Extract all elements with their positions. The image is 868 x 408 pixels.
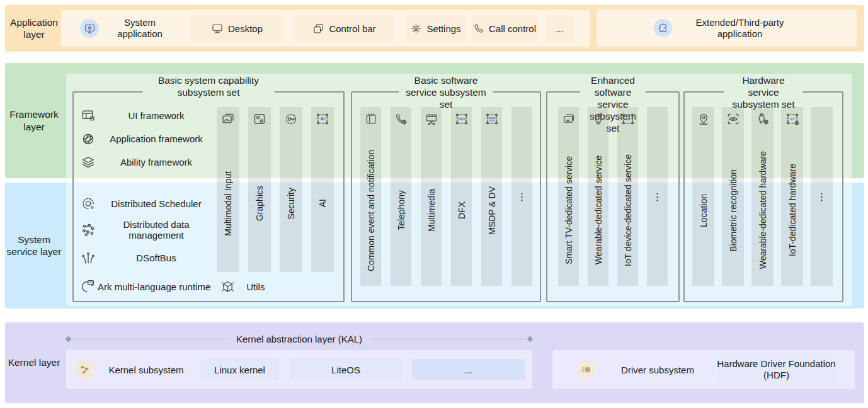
dsoftbus-icon [79,251,98,266]
subsystem-bar-multimodal-input: Multimodal Input [217,107,239,272]
framework-item-ability-framework: Ability framework [79,155,215,170]
subsystem-bar-multimedia: Multimedia [421,107,442,286]
bar-label: DFX [457,201,467,219]
bar-label: Common event and notification [366,150,376,271]
kal-left-arrow [66,336,72,342]
service-item-distributed-scheduler: Distributed Scheduler [79,196,215,212]
dfx-badge-icon: DFX [455,107,469,135]
security-key-icon [284,107,298,135]
multimodal-input-icon [221,107,235,135]
framework-item-application-framework: Application framework [79,132,215,147]
subsystem-bar-biometric: Biometric recognition [722,107,744,286]
ui-framework-icon [79,108,98,123]
bar-label: Wearable-dedicated hardware [758,151,768,269]
more-ellipsis: ⋮ [817,107,827,286]
iot-badge-text: IoT [625,117,631,121]
framework-item-label: Application framework [98,133,215,144]
app-item-label: Control bar [329,23,375,34]
utils-label: Utils [246,281,265,292]
iot-badge-icon: IoT [621,107,635,135]
more-ellipsis: ⋮ [653,107,663,286]
enhanced-service-bars: Smart TV-dedicated service Wearable-dedi… [558,107,668,286]
subsystem-set-title: Basic software service subsystem set [399,74,493,110]
kernel-layer-label: Kernel layer [5,322,63,403]
watch-icon [591,107,605,135]
phone-icon [473,23,484,34]
distributed-scheduler-icon [79,196,98,212]
application-layer-label: Application layer [5,5,63,52]
app-item-call-control: Call control [471,15,538,42]
subsystem-set-title: Basic system capability subsystem set [143,74,275,98]
subsystem-set-title: Hardware service subsystem set [724,74,803,110]
bar-label: Graphics [254,186,265,221]
distributed-data-management-icon [79,222,98,237]
kernel-subsystem-label: Kernel subsystem [99,350,193,389]
subsystem-bar-security: Security [280,107,302,272]
subsystem-bar-smart-tv: Smart TV-dedicated service [558,107,579,286]
location-pin-icon [697,107,711,135]
service-item-distributed-data-management: Distributed data management [79,219,215,241]
subsystem-bar-more: ⋮ [647,107,668,286]
subsystem-bar-msdp-dv: MSDP & DV MSDP & DV [481,107,502,286]
subsystem-bar-more: ⋮ [811,107,833,286]
msdp-dv-badge-icon: MSDP & DV [485,107,499,135]
subsystem-bar-common-event: Common event and notification [360,107,381,286]
bar-label: Wearable-dedicated service [593,156,603,264]
framework-item-ui-framework: UI framework [79,108,215,123]
driver-subsystem-label: Driver subsystem [610,350,705,389]
framework-layer-label: Framework layer [5,63,63,178]
ark-bubble-text: Aa [89,280,93,284]
driver-subsystem-icon [578,361,595,378]
hardware-service-subsystem-set: Hardware service subsystem set Location [683,91,843,302]
hdf-box: Hardware Driver Foundation (HDF) [717,357,836,382]
bar-label: AI [317,199,328,207]
bar-label: IoT-dedicated hardware [787,164,797,256]
kal-right-arrow [527,336,534,342]
subsystem-bar-iot-hardware: IoT IoT-dedicated hardware [781,107,803,286]
kal-line-left [71,339,227,339]
subsystem-bar-wearable-service: Wearable-dedicated service [588,107,608,286]
puzzle-icon [654,19,672,37]
bar-label: Location [699,194,709,227]
bar-label: Telephony [396,190,406,230]
bar-label: Multimodal Input [223,171,233,236]
openharmony-architecture-diagram: Application layer Framework layer System… [0,0,868,408]
watch-gear-icon [756,107,770,135]
subsystem-bar-ai: AI AI [311,107,334,272]
service-item-dsoftbus: DSoftBus [79,251,215,266]
graphics-icon [253,107,266,135]
kal-line-right [371,339,528,339]
ai-badge-icon: AI [316,107,329,135]
capability-bars: Multimodal Input Graphics Sec [217,107,334,272]
dfx-badge-text: DFX [458,117,465,121]
driver-subsystem-panel: Driver subsystem Hardware Driver Foundat… [552,350,855,389]
iot-gear-badge-icon: IoT [785,107,799,135]
software-service-bars: Common event and notification Telephony [360,107,532,286]
subsystem-bar-dfx: DFX DFX [451,107,472,286]
multimedia-icon [425,107,438,135]
app-item-more: ... [546,15,573,42]
app-item-control-bar: Control bar [295,15,394,42]
service-item-label: Distributed data management [98,219,215,241]
control-bar-icon [312,23,324,35]
notification-icon [364,107,378,135]
system-application-label: System application [101,15,179,42]
kernel-item-more: ... [412,359,525,380]
application-framework-icon [79,132,98,147]
subsystem-bar-graphics: Graphics [248,107,271,272]
iot-badge-text: IoT [790,118,794,121]
bar-label: MSDP & DV [487,186,497,235]
runtime-row: Aa Ark multi-language runtime Utils [80,279,336,294]
service-item-label: DSoftBus [98,252,215,263]
bar-label: IoT device-dedicated service [623,154,633,266]
system-application-icon [80,19,99,38]
kernel-abstraction-layer: Kernel abstraction layer (KAL) [66,333,532,344]
kernel-subsystem-icon [76,361,94,378]
framework-item-label: UI framework [98,110,215,121]
app-item-label: Desktop [228,23,263,34]
subsystem-bar-telephony: Telephony [391,107,411,286]
kernel-subsystem-panel: Kernel subsystem Linux kernel LiteOS ... [66,350,532,389]
enhanced-software-service-subsystem-set: Enhanced software service subsystem set … [546,91,680,302]
basic-system-capability-subsystem-set: Basic system capability subsystem set UI… [72,91,345,302]
telephony-icon [394,107,408,135]
